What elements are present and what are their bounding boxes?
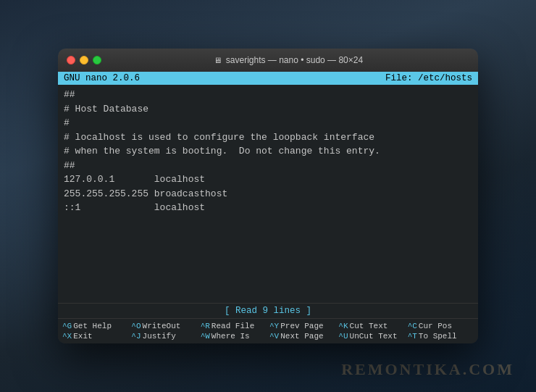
shortcut-key: ^G	[62, 322, 72, 330]
editor-line: # Host Database	[64, 102, 472, 117]
notification-text: [ Read 9 lines ]	[225, 306, 311, 316]
editor-line-empty	[64, 215, 472, 230]
shortcut-key: ^W	[201, 332, 210, 341]
shortcut-item: ^OWriteOut	[131, 322, 197, 330]
shortcut-label: Cut Text	[350, 322, 388, 330]
title-label: saverights — nano • sudo — 80×24	[226, 55, 363, 65]
shortcut-bar: ^GGet Help^OWriteOut^RRead File^YPrev Pa…	[58, 318, 478, 343]
file-path: File: /etc/hosts	[385, 73, 472, 83]
shortcut-key: ^R	[201, 322, 210, 330]
shortcut-item: ^XExit	[62, 332, 128, 341]
terminal-content[interactable]: GNU nano 2.0.6 File: /etc/hosts ### Host…	[58, 72, 478, 343]
editor-line: 127.0.0.1 localhost	[64, 172, 472, 187]
editor-line-empty	[64, 229, 472, 243]
shortcut-item: ^WWhere Is	[201, 332, 267, 341]
shortcut-label: To Spell	[419, 332, 457, 341]
shortcut-item: ^VNext Page	[269, 332, 335, 341]
shortcut-label: Cur Pos	[419, 322, 452, 330]
shortcut-item: ^KCut Text	[338, 322, 404, 330]
shortcut-item: ^GGet Help	[62, 322, 128, 330]
editor-area[interactable]: ### Host Database## localhost is used to…	[58, 85, 478, 303]
editor-line: # localhost is used to configure the loo…	[64, 130, 472, 145]
shortcut-item: ^YPrev Page	[269, 322, 335, 330]
shortcut-label: WriteOut	[143, 322, 181, 330]
nano-version: GNU nano 2.0.6	[64, 73, 140, 83]
shortcut-label: Where Is	[212, 332, 250, 341]
shortcut-label: UnCut Text	[350, 332, 398, 341]
shortcut-key: ^C	[408, 322, 417, 330]
editor-line: ::1 localhost	[64, 201, 472, 215]
nano-status-bar: GNU nano 2.0.6 File: /etc/hosts	[58, 72, 478, 85]
editor-line: ##	[64, 88, 472, 102]
terminal-window: 🖥 saverights — nano • sudo — 80×24 GNU n…	[58, 49, 478, 343]
shortcut-label: Justify	[143, 332, 176, 341]
editor-line: ##	[64, 159, 472, 173]
shortcut-key: ^U	[338, 332, 348, 341]
shortcut-item: ^TTo Spell	[408, 332, 474, 341]
shortcut-item: ^UUnCut Text	[338, 332, 404, 341]
shortcut-item: ^RRead File	[201, 322, 267, 330]
watermark: REMONТIKA.COM	[341, 360, 514, 379]
editor-line: #	[64, 116, 472, 130]
shortcut-item: ^JJustify	[131, 332, 197, 341]
shortcut-label: Read File	[212, 322, 254, 330]
shortcut-key: ^K	[338, 322, 348, 330]
shortcut-key: ^V	[269, 332, 279, 341]
titlebar: 🖥 saverights — nano • sudo — 80×24	[58, 49, 478, 72]
editor-line-empty	[64, 243, 472, 258]
shortcut-label: Get Help	[73, 322, 112, 330]
shortcut-key: ^T	[408, 332, 417, 341]
editor-line: # when the system is booting. Do not cha…	[64, 144, 472, 159]
shortcut-label: Prev Page	[280, 322, 323, 330]
shortcut-label: Exit	[73, 332, 92, 341]
traffic-lights	[67, 56, 101, 64]
shortcut-key: ^X	[62, 332, 72, 341]
shortcut-key: ^O	[131, 322, 141, 330]
close-button[interactable]	[67, 56, 75, 64]
editor-line: 255.255.255.255 broadcasthost	[64, 187, 472, 201]
maximize-button[interactable]	[93, 56, 101, 64]
shortcut-label: Next Page	[280, 332, 323, 341]
window-title: 🖥 saverights — nano • sudo — 80×24	[107, 55, 469, 65]
shortcut-item: ^CCur Pos	[408, 322, 474, 330]
editor-line-empty	[64, 285, 472, 300]
minimize-button[interactable]	[80, 56, 88, 64]
editor-line-empty	[64, 272, 472, 286]
terminal-icon: 🖥	[214, 56, 222, 64]
shortcut-key: ^J	[131, 332, 141, 341]
notification-bar: [ Read 9 lines ]	[58, 303, 478, 318]
shortcut-key: ^Y	[269, 322, 279, 330]
editor-line-empty	[64, 257, 472, 272]
